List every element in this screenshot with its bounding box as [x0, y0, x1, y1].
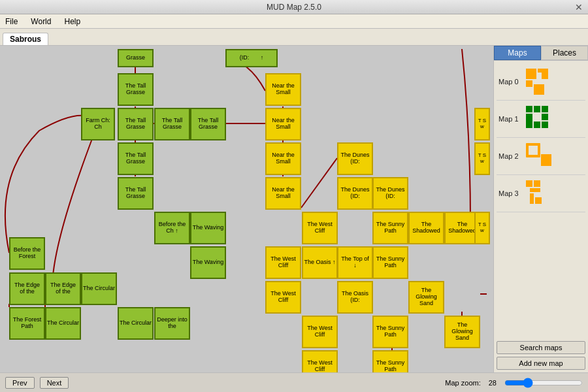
- svg-rect-35: [526, 114, 532, 128]
- menu-file[interactable]: File: [3, 16, 20, 27]
- map-label-1: Map 1: [498, 115, 519, 123]
- room-sunny1[interactable]: The Sunny Path: [372, 212, 408, 244]
- room-near3[interactable]: Near the Small: [265, 142, 301, 175]
- room-dunes2[interactable]: The Dunes (ID:: [337, 177, 373, 210]
- menu-help[interactable]: Help: [61, 16, 83, 27]
- zoom-label: Map zoom:: [445, 379, 480, 387]
- room-oasis1[interactable]: The Oasis ↑: [302, 246, 338, 279]
- svg-rect-34: [542, 114, 548, 120]
- room-waving1[interactable]: The Waving: [190, 212, 226, 244]
- room-westcliff3[interactable]: The West Cliff: [265, 281, 301, 314]
- room-deeper[interactable]: Deeper into the: [154, 307, 190, 340]
- svg-rect-31: [526, 106, 532, 112]
- next-button[interactable]: Next: [40, 377, 69, 389]
- svg-rect-32: [534, 106, 540, 112]
- svg-rect-46: [530, 193, 534, 204]
- svg-rect-40: [529, 146, 538, 155]
- room-tall4[interactable]: The Tall Grasse: [190, 108, 226, 140]
- room-westcliff2[interactable]: The West Cliff: [265, 246, 301, 279]
- svg-rect-44: [534, 180, 540, 187]
- svg-rect-26: [538, 69, 548, 73]
- map-thumbnail-2: [523, 140, 555, 172]
- room-farmch[interactable]: Farm Ch: Ch: [81, 108, 115, 140]
- svg-rect-29: [534, 84, 544, 95]
- room-dunes3[interactable]: The Dunes (ID:: [372, 177, 408, 210]
- app-title: MUD Map 2.5.0: [267, 3, 321, 12]
- add-map-button[interactable]: Add new map: [497, 357, 585, 370]
- svg-rect-41: [541, 154, 551, 166]
- panel-tabs: Maps Places: [494, 46, 588, 61]
- room-near1[interactable]: Near the Small: [265, 73, 301, 106]
- room-sunny3[interactable]: The Sunny Path: [372, 316, 408, 348]
- room-sunny4[interactable]: The Sunny Path: [372, 350, 408, 372]
- room-tall2[interactable]: The Tall Grasse: [118, 108, 154, 140]
- tab-places[interactable]: Places: [541, 46, 588, 60]
- room-tall3[interactable]: The Tall Grasse: [154, 108, 190, 140]
- room-tall6[interactable]: The Tall Grasse: [118, 177, 154, 210]
- svg-rect-45: [530, 188, 540, 192]
- svg-line-11: [301, 158, 337, 208]
- room-ts2[interactable]: T S w: [474, 142, 490, 175]
- tab-maps[interactable]: Maps: [494, 46, 541, 60]
- map-list-item-2[interactable]: Map 2: [497, 138, 585, 175]
- svg-rect-37: [542, 122, 548, 128]
- map-thumbnail-0: [523, 65, 555, 98]
- svg-rect-25: [526, 69, 536, 79]
- room-circ3[interactable]: The Circular: [118, 307, 154, 340]
- map-label-2: Map 2: [498, 152, 519, 160]
- room-tall1[interactable]: The Tall Grasse: [118, 73, 154, 106]
- room-ts3[interactable]: T S w: [474, 212, 490, 244]
- svg-rect-28: [526, 80, 532, 87]
- map-label-0: Map 0: [498, 78, 519, 86]
- room-shad1[interactable]: The Shadowed: [408, 212, 444, 244]
- map-list-item-0[interactable]: Map 0: [497, 63, 585, 101]
- map-list: Map 0 Map 1: [494, 61, 588, 338]
- room-sunny2[interactable]: The Sunny Path: [372, 246, 408, 279]
- room-beforeforest[interactable]: Before the Forest: [9, 237, 45, 270]
- titlebar: MUD Map 2.5.0 ✕: [0, 0, 588, 14]
- room-forestpath[interactable]: The Forest Path: [9, 307, 45, 340]
- room-dunes1[interactable]: The Dunes (ID:: [337, 142, 373, 175]
- room-topof[interactable]: The Top of ↓: [337, 246, 373, 279]
- room-westcliff1[interactable]: The West Cliff: [302, 212, 338, 244]
- map-thumbnail-1: [523, 103, 555, 135]
- room-circ1[interactable]: The Circular: [81, 272, 117, 305]
- room-grasse[interactable]: Grasse: [118, 49, 154, 67]
- room-tall5[interactable]: The Tall Grasse: [118, 142, 154, 175]
- bottom-bar: Prev Next Map zoom: 28: [0, 372, 588, 392]
- room-edge1[interactable]: The Edge of the: [9, 272, 45, 305]
- map-list-item-1[interactable]: Map 1: [497, 101, 585, 138]
- svg-rect-27: [542, 73, 548, 79]
- zoom-slider[interactable]: [504, 378, 583, 388]
- room-edge2[interactable]: The Edge of the: [45, 272, 81, 305]
- svg-rect-43: [526, 180, 532, 187]
- menu-world[interactable]: World: [28, 16, 54, 27]
- map-list-item-3[interactable]: Map 3: [497, 175, 585, 212]
- room-oasis2[interactable]: The Oasis (ID:: [337, 281, 373, 314]
- room-westcliff4[interactable]: The West Cliff: [302, 316, 338, 348]
- map-thumbnail-3: [523, 177, 555, 210]
- tab-sabrous[interactable]: Sabrous: [3, 33, 48, 45]
- tabbar: Sabrous: [0, 29, 588, 46]
- room-waving2[interactable]: The Waving: [190, 246, 226, 279]
- room-circ2[interactable]: The Circular: [45, 307, 81, 340]
- room-ts1[interactable]: T S w: [474, 108, 490, 140]
- room-near4[interactable]: Near the Small: [265, 177, 301, 210]
- main-content: Grasse (ID: ↑ The Tall Grasse Near the S…: [0, 46, 588, 372]
- room-glow2[interactable]: The Glowing Sand: [444, 316, 480, 348]
- map-label-3: Map 3: [498, 189, 519, 197]
- svg-rect-33: [542, 106, 548, 112]
- room-id[interactable]: (ID: ↑: [225, 49, 278, 67]
- svg-rect-36: [534, 122, 540, 128]
- room-beforech[interactable]: Before the Ch ↑: [154, 212, 190, 244]
- room-near2[interactable]: Near the Small: [265, 108, 301, 140]
- room-westcliff5[interactable]: The West Cliff: [302, 350, 338, 372]
- search-maps-button[interactable]: Search maps: [497, 341, 585, 354]
- close-button[interactable]: ✕: [575, 2, 583, 12]
- prev-button[interactable]: Prev: [5, 377, 35, 389]
- panel-buttons: Search maps Add new map: [494, 338, 588, 372]
- room-glow1[interactable]: The Glowing Sand: [408, 281, 444, 314]
- right-panel: Maps Places Map 0 Map 1: [493, 46, 588, 372]
- zoom-value: 28: [489, 379, 497, 387]
- map-area[interactable]: Grasse (ID: ↑ The Tall Grasse Near the S…: [0, 46, 493, 372]
